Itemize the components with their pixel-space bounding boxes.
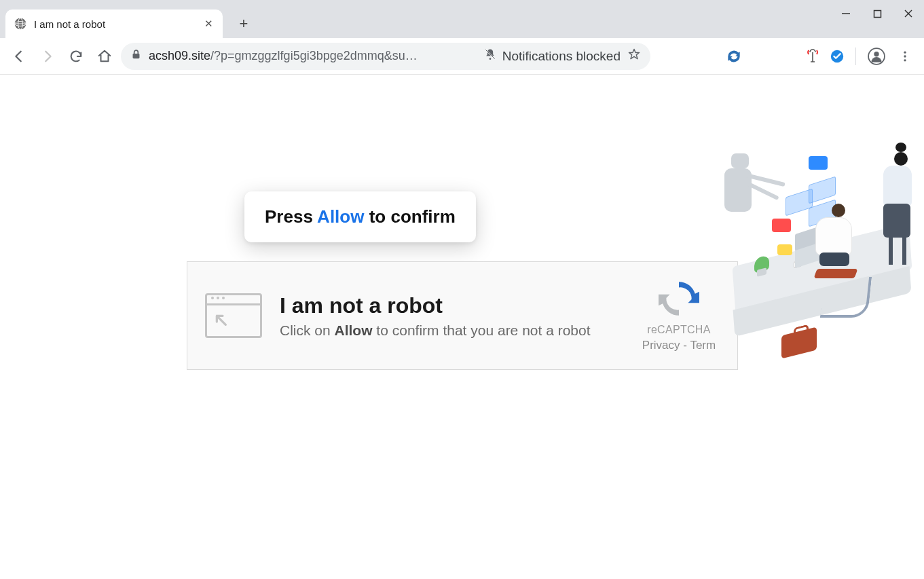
office-illustration xyxy=(720,143,917,360)
toolbar-divider xyxy=(855,48,856,65)
new-tab-button[interactable]: + xyxy=(232,12,255,35)
notifications-blocked-label: Notifications blocked xyxy=(502,49,621,64)
recaptcha-brand: reCAPTCHA xyxy=(638,324,720,336)
captcha-text: I am not a robot Click on Allow to confi… xyxy=(280,293,621,339)
extension-check-icon[interactable] xyxy=(827,46,847,67)
extension-antenna-icon[interactable] xyxy=(802,46,823,67)
lock-icon xyxy=(130,49,142,64)
profile-button[interactable] xyxy=(864,44,889,69)
svg-point-15 xyxy=(904,51,906,53)
notifications-blocked-chip[interactable]: Notifications blocked xyxy=(483,48,621,64)
home-button[interactable] xyxy=(92,44,117,69)
tooltip-suffix: to confirm xyxy=(364,206,455,227)
window-titlebar: I am not a robot ✕ + xyxy=(0,0,924,38)
kebab-menu-button[interactable] xyxy=(893,44,917,69)
fake-captcha-box: I am not a robot Click on Allow to confi… xyxy=(187,261,738,370)
extension-refresh-icon[interactable] xyxy=(724,46,744,67)
tooltip-prefix: Press xyxy=(265,206,317,227)
globe-icon xyxy=(14,17,27,31)
back-button[interactable] xyxy=(7,44,31,69)
browser-toolbar: acsh09.site/?p=gmzggzlfgi5gi3bpge2dmmq&s… xyxy=(0,38,924,75)
svg-point-16 xyxy=(904,55,906,57)
captcha-headline: I am not a robot xyxy=(280,293,621,318)
bookmark-star-icon[interactable] xyxy=(627,48,641,64)
window-controls xyxy=(830,0,924,27)
svg-point-17 xyxy=(904,59,906,61)
reload-button[interactable] xyxy=(64,44,88,69)
recaptcha-links[interactable]: Privacy - Term xyxy=(638,339,720,352)
svg-rect-5 xyxy=(874,10,881,17)
close-tab-icon[interactable]: ✕ xyxy=(202,18,215,30)
svg-point-14 xyxy=(874,52,879,56)
page-content: Press Allow to confirm I am not a robot … xyxy=(0,75,924,579)
browser-tab[interactable]: I am not a robot ✕ xyxy=(5,10,223,38)
window-maximize-button[interactable] xyxy=(862,0,893,27)
window-minimize-button[interactable] xyxy=(830,0,862,27)
tooltip-allow-word: Allow xyxy=(317,206,364,227)
forward-button[interactable] xyxy=(35,44,60,69)
url-text: acsh09.site/?p=gmzggzlfgi5gi3bpge2dmmq&s… xyxy=(149,49,477,63)
captcha-subline: Click on Allow to confirm that you are n… xyxy=(280,322,621,339)
press-allow-tooltip: Press Allow to confirm xyxy=(244,191,476,242)
tab-title: I am not a robot xyxy=(34,18,196,30)
bell-off-icon xyxy=(483,48,497,64)
svg-point-9 xyxy=(489,58,491,60)
recaptcha-icon xyxy=(658,309,700,320)
browser-window-icon xyxy=(205,293,262,338)
window-close-button[interactable] xyxy=(893,0,924,27)
svg-rect-8 xyxy=(133,54,140,58)
address-bar[interactable]: acsh09.site/?p=gmzggzlfgi5gi3bpge2dmmq&s… xyxy=(121,43,650,70)
recaptcha-badge: reCAPTCHA Privacy - Term xyxy=(638,279,720,352)
